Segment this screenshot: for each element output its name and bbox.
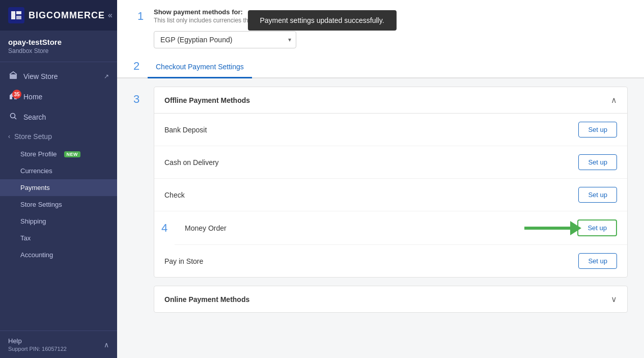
home-badge: 35 [12,90,21,99]
help-label: Help [8,337,67,345]
chevron-down-icon-online: ∨ [611,294,617,304]
sidebar-item-home[interactable]: 35 Home [0,87,117,107]
svg-line-6 [15,118,17,120]
online-payment-header[interactable]: Online Payment Methods ∨ [154,286,627,312]
sidebar-item-shipping[interactable]: Shipping [0,213,117,230]
payment-method-pay-in-store: Pay in Store Set up [154,245,627,277]
step1-num-spacer [133,33,148,46]
money-order-label: Money Order [185,224,227,232]
tab-checkout-payment[interactable]: Checkout Payment Settings [148,57,252,78]
check-setup-button[interactable]: Set up [578,187,617,203]
sidebar-collapse-button[interactable]: « [105,10,116,21]
external-link-icon: ↗ [104,73,109,80]
sidebar-logo: BIGCOMMERCE « [0,0,117,31]
online-payment-card: Online Payment Methods ∨ [154,286,628,313]
store-icon [8,71,18,81]
payment-method-cash-on-delivery: Cash on Delivery Set up [154,146,627,179]
sidebar-item-view-store[interactable]: View Store ↗ [0,66,117,87]
search-icon [8,112,18,122]
toast-notification: Payment settings updated successfully. [247,10,396,31]
pay-in-store-setup-button[interactable]: Set up [578,253,617,269]
svg-rect-0 [8,7,24,23]
store-name: opay-testStore [8,38,109,46]
step1-number: 1 [133,10,148,23]
sidebar-item-shipping-label: Shipping [20,217,46,225]
sidebar-item-store-profile-label: Store Profile [20,150,57,158]
bank-deposit-label: Bank Deposit [164,126,207,134]
online-section-wrapper: Online Payment Methods ∨ [133,286,628,313]
support-pin: Support PIN: 16057122 [8,346,67,352]
sidebar-section-store-setup-label: Store Setup [14,132,52,141]
sidebar-item-search-label: Search [23,113,46,121]
sidebar-item-search[interactable]: Search [0,107,117,127]
arrow-head [570,221,581,235]
offline-payment-card: Offline Payment Methods ∧ Bank Deposit S… [154,87,628,278]
sidebar-item-store-settings-label: Store Settings [20,201,62,208]
sidebar-item-payments[interactable]: Payments [0,179,117,196]
sidebar-section-store-setup[interactable]: ‹ Store Setup [0,127,117,146]
logo-area: BIGCOMMERCE [8,7,105,23]
sidebar-nav: View Store ↗ 35 Home Search ‹ Store Setu… [0,62,117,267]
store-type: Sandbox Store [8,47,109,54]
content-area: 3 Offline Payment Methods ∧ Bank Deposit… [117,78,644,358]
step4-money-order-row: 4 Money Order Set up [154,211,627,245]
tab-checkout-payment-label: Checkout Payment Settings [156,63,244,71]
sidebar-item-accounting-label: Accounting [20,251,53,259]
arrow-annotation [524,221,581,235]
sidebar-item-home-label: Home [23,93,42,101]
chevron-left-icon: ‹ [8,133,10,140]
currency-dropdown-row: EGP (Egyptian Pound) USD (US Dollar) EUR… [117,31,644,57]
logo-brand-text: BIGCOMMERCE [29,10,105,21]
svg-marker-2 [16,11,21,14]
sidebar-item-store-profile[interactable]: Store Profile NEW [0,146,117,162]
chevron-up-icon[interactable]: ∧ [104,341,109,349]
sidebar-item-payments-label: Payments [20,184,50,191]
sidebar-item-tax[interactable]: Tax [0,230,117,246]
arrow-body [524,227,570,230]
main-content: Payment settings updated successfully. 1… [117,0,644,358]
svg-marker-3 [16,16,21,19]
check-label: Check [164,191,185,199]
currency-select[interactable]: EGP (Egyptian Pound) USD (US Dollar) EUR… [154,31,296,48]
store-info: opay-testStore Sandbox Store [0,31,117,62]
help-section: Help Support PIN: 16057122 [8,337,67,352]
payment-method-bank-deposit: Bank Deposit Set up [154,114,627,146]
sidebar-item-accounting[interactable]: Accounting [0,246,117,263]
toast-message: Payment settings updated successfully. [260,16,384,24]
sidebar-bottom: Help Support PIN: 16057122 ∧ [0,331,117,358]
pay-in-store-label: Pay in Store [164,257,203,265]
step3-num-col: 3 [133,87,154,278]
step4-num-side: 4 [154,222,175,235]
sidebar-item-currencies[interactable]: Currencies [0,162,117,179]
step3-section: 3 Offline Payment Methods ∧ Bank Deposit… [133,87,628,278]
step3-number: 3 [133,93,139,105]
money-order-setup-button[interactable]: Set up [577,219,617,236]
sidebar-item-view-store-label: View Store [23,72,58,80]
step2-number: 2 [133,57,148,77]
money-order-row: Money Order Set up [175,211,627,245]
svg-rect-4 [10,74,17,79]
online-step-spacer [133,286,154,313]
new-badge: NEW [64,151,81,157]
bigcommerce-logo-icon [8,7,24,23]
currency-select-wrapper[interactable]: EGP (Egyptian Pound) USD (US Dollar) EUR… [154,31,296,48]
tabs-row: 2 Checkout Payment Settings [117,57,644,78]
svg-marker-1 [11,11,15,19]
sidebar: BIGCOMMERCE « opay-testStore Sandbox Sto… [0,0,117,358]
bank-deposit-setup-button[interactable]: Set up [578,122,617,137]
sidebar-sub-items: Store Profile NEW Currencies Payments St… [0,146,117,263]
svg-point-5 [11,114,15,118]
sidebar-item-tax-label: Tax [20,234,31,242]
offline-payment-header[interactable]: Offline Payment Methods ∧ [154,87,627,114]
chevron-up-icon-offline: ∧ [611,95,617,105]
sidebar-item-currencies-label: Currencies [20,167,52,175]
step4-number: 4 [161,222,167,235]
sidebar-item-store-settings[interactable]: Store Settings [0,196,117,213]
cash-on-delivery-setup-button[interactable]: Set up [578,154,617,170]
cash-on-delivery-label: Cash on Delivery [164,158,219,167]
payment-method-check: Check Set up [154,179,627,211]
online-payment-title: Online Payment Methods [164,295,249,304]
offline-payment-title: Offline Payment Methods [164,96,250,104]
